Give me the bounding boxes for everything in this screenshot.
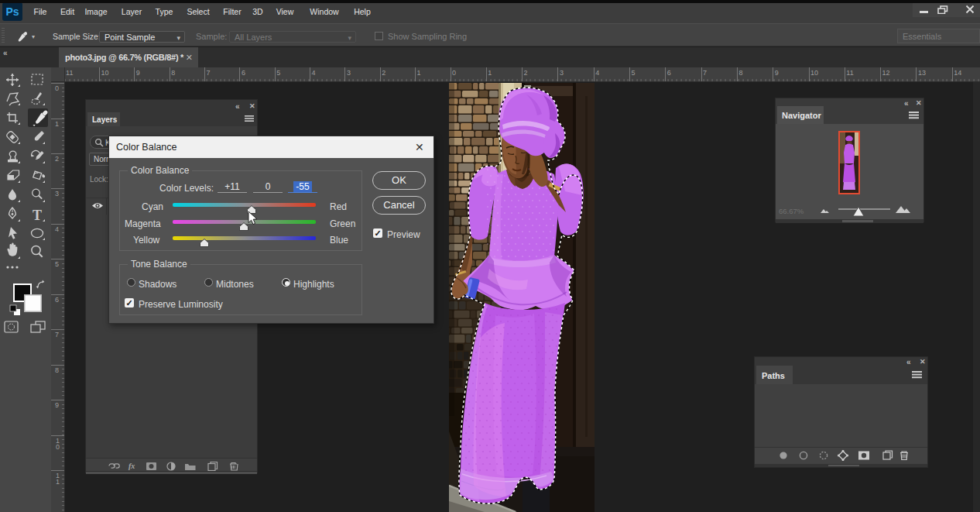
svg-text:T: T: [33, 208, 42, 223]
svg-text:fx: fx: [128, 462, 135, 470]
